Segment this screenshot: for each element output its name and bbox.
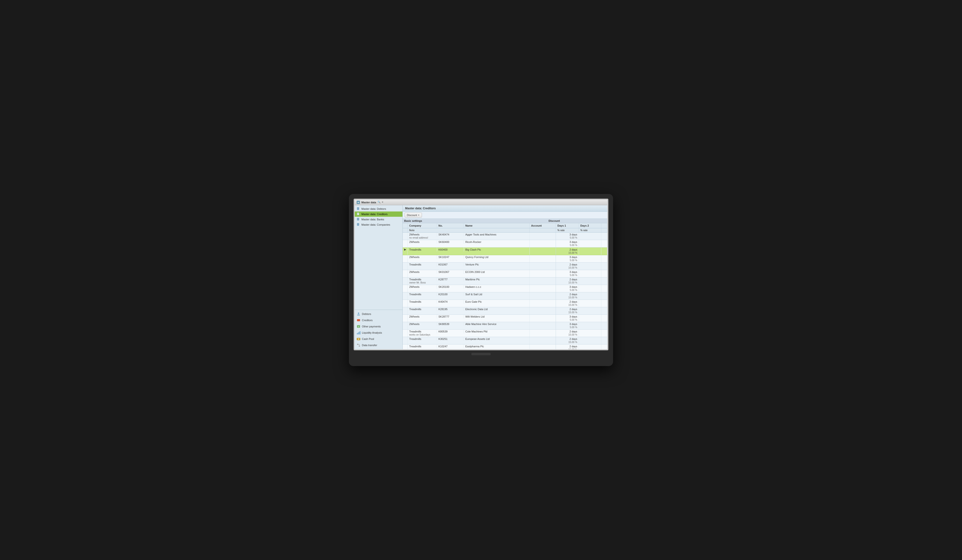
account-cell [529,307,556,311]
days1-cell: 2 days [556,307,579,311]
table-row[interactable]: Treadmills K30251 European Assets Ltd 2 … [403,337,607,341]
rate1-cell: 5.00 % [556,319,579,322]
rate1-cell: 15.00 % [556,348,579,349]
sidebar-bottom-debtors-nav[interactable]: Debtors [355,311,402,317]
no-cell: SK40474 [437,233,464,237]
account-cell [529,300,556,304]
discount-group-label: Discount [529,219,579,223]
days2-cell [579,285,601,289]
no-cell: K30251 [437,337,464,341]
account-cell [529,330,556,334]
account-cell [529,233,556,237]
sidebar: Master data: DebtorsMaster data: Credito… [355,205,403,349]
sidebar-nav-item-banks[interactable]: Master data: Banks [355,217,402,222]
bottom-item-label: Cash Pool [362,338,374,340]
row-indicator [403,307,408,311]
days2-cell [579,248,601,252]
table-note-row: 15.00 % [403,304,607,307]
table-note-row: 15.00 % [403,311,607,315]
document-icon [357,218,360,221]
sidebar-bottom-creditors-nav[interactable]: Creditors [355,317,402,323]
title-bar-controls[interactable]: 🔍 « [378,201,385,204]
document-icon [357,223,360,226]
days2-cell [579,233,601,237]
days1-cell: 2 days [556,337,579,341]
table-row[interactable]: Treadmills K20100 Surf & Sail Ltd 2 days [403,292,607,296]
note-cell [408,251,530,255]
creditors-nav-icon [357,318,360,322]
note-cell [408,289,530,292]
rate2-cell [579,319,601,322]
company-col-header: Company [408,223,437,228]
rate1-cell: 15.00 % [556,266,579,270]
sidebar-bottom-cash-pool[interactable]: Cash Pool [355,336,402,342]
search-icon[interactable]: 🔍 [378,201,381,204]
sidebar-nav-item-companies[interactable]: Master data: Companies [355,222,402,227]
note-subheader: Note [408,228,530,233]
table-note-row: 5.00 % [403,259,607,262]
days2-cell [579,344,601,349]
note-cell [408,274,530,277]
no-cell: SK01067 [437,270,464,274]
no-cell: SK60400 [437,240,464,244]
table-row[interactable]: Treadmills K01067 Venture Plc 2 days [403,262,607,267]
rate2-cell [579,259,601,262]
no-cell: SK10247 [437,255,464,259]
days2-cell [579,277,601,282]
table-note-row: 15.00 % [403,296,607,300]
rate2-cell [579,266,601,270]
name-cell: Surf & Sail Ltd [464,292,529,296]
days2-cell [579,300,601,304]
no-cell: SK20100 [437,285,464,289]
table-row[interactable]: Treadmills K28777 Maritime Plc 2 days [403,277,607,282]
table-row[interactable]: Treadmills K28195 Electronic Data Ltd 2 … [403,307,607,311]
sidebar-nav-item-creditors[interactable]: Master data: Creditors [355,211,402,217]
company-cell: Treadmills [408,344,437,349]
svg-rect-21 [357,333,358,335]
sidebar-nav-item-debtors[interactable]: Master data: Debtors [355,206,402,211]
table-container[interactable]: Basic settings Discount Company No. N [403,219,607,349]
table-row[interactable]: 2Wheels SK60400 Ricoh-Rocker 3 days [403,240,607,244]
company-cell: Treadmills [408,330,437,334]
company-cell: 2Wheels [408,233,437,237]
no-cell: K10247 [437,344,464,349]
table-row[interactable]: Treadmills K10247 Eastpharma Plc 2 days [403,344,607,349]
rate1-cell: 15.00 % [556,304,579,307]
rate2-cell [579,296,601,300]
table-row[interactable]: 2Wheels SK40474 Agger Tools and Machines… [403,233,607,237]
table-row[interactable]: 2Wheels SK01067 ECOIN 2000 Ltd 3 days [403,270,607,274]
rate2-cell [579,281,601,285]
no-cell: K01067 [437,262,464,267]
name-cell: Maritime Plc [464,277,529,282]
company-cell: 2Wheels [408,285,437,289]
company-cell: Treadmills [408,277,437,282]
table-row[interactable]: ▶ Treadmills K60400 Big Clash Plc 2 days [403,248,607,252]
account-cell [529,344,556,349]
row-indicator: ▶ [403,248,408,252]
name-col-header: Name [464,223,529,228]
note-cell [408,244,530,248]
rate2-cell [579,237,601,240]
table-row[interactable]: Treadmills K40474 Euro Gate Plc 2 days [403,300,607,304]
discount-dropdown[interactable]: Discount ▼ [405,213,422,217]
sidebar-bottom-liquidity[interactable]: Liquidity Analysis [355,330,402,336]
table-row[interactable]: Treadmills K80539 Cole Machines Pld 2 da… [403,330,607,334]
account-cell [529,292,556,296]
rate2-cell [579,244,601,248]
table-row[interactable]: 2Wheels SK28777 Wilt Welders Ltd 3 days [403,315,607,319]
table-row[interactable]: 2Wheels SK20100 Hadwen c.c.c 3 days [403,285,607,289]
rate2-cell [579,341,601,344]
sidebar-bottom-data-transfer[interactable]: Data transfer [355,342,402,348]
table-row[interactable]: 2Wheels SK10247 Quincy Forming Ltd 3 day… [403,255,607,259]
table-row[interactable]: 2Wheels SK80539 Able Machine Hire Servic… [403,322,607,326]
sidebar-nav-label: Master data: Creditors [362,213,387,216]
sidebar-bottom-other-payments[interactable]: $Other payments [355,323,402,330]
rate1-cell: 5.00 % [556,274,579,277]
no-cell: K80539 [437,330,464,334]
svg-rect-22 [358,332,358,335]
days1-cell: 3 days [556,315,579,319]
days2-cell [579,322,601,326]
collapse-icon[interactable]: « [382,201,385,204]
row-indicator [403,262,408,267]
row-indicator [403,292,408,296]
